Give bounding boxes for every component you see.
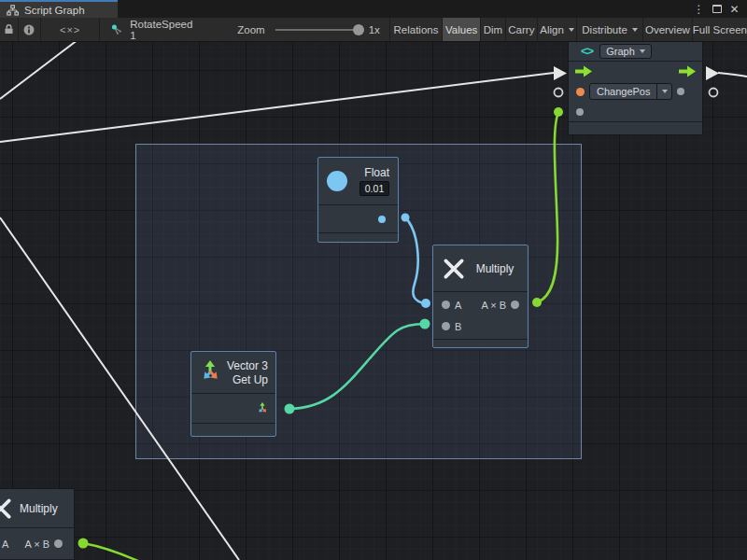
port-label: A: [455, 300, 461, 311]
breadcrumb-label: RotateSpeed 1: [130, 19, 194, 41]
float-icon: [327, 171, 347, 191]
toolbar-button-carry[interactable]: Carry: [506, 18, 539, 41]
node-title: Float: [364, 166, 389, 179]
graph-code-icon: <>: [581, 44, 593, 58]
tab-title: Script Graph: [24, 5, 85, 16]
multiply-icon: [0, 497, 13, 521]
node-title: Multiply: [20, 502, 58, 515]
zoom-slider[interactable]: [275, 29, 358, 31]
event-output-port[interactable]: [677, 88, 684, 95]
toolbar-button-align[interactable]: Align: [538, 18, 577, 41]
multiply-node[interactable]: Multiply A A × B B: [432, 245, 529, 348]
multiply-output-port[interactable]: [511, 301, 519, 309]
port-label: A × B: [24, 539, 49, 550]
value-input-port[interactable]: [576, 108, 584, 116]
float-value-input[interactable]: 0.01: [359, 181, 389, 196]
toolbar-button-relations[interactable]: Relations: [390, 18, 443, 41]
vector3-icon: [198, 358, 224, 386]
port-label: A × B: [481, 300, 506, 311]
node-footer: [433, 339, 528, 347]
changepos-unit-node[interactable]: <> Graph ChangePos: [568, 40, 703, 135]
flow-input-port[interactable]: [574, 65, 593, 77]
node-footer: [318, 232, 398, 242]
zoom-label: Zoom: [237, 24, 264, 35]
tab-script-graph[interactable]: Script Graph: [0, 0, 118, 18]
multiply-output-port[interactable]: [54, 539, 63, 548]
graph-asset-icon: [111, 23, 122, 35]
chevron-down-icon: [640, 49, 645, 53]
node-footer: [569, 121, 702, 134]
code-preview-button[interactable]: <×>: [41, 18, 101, 41]
vector3-getup-node[interactable]: Vector 3 Get Up: [190, 351, 276, 437]
title-bar: Script Graph ⋮ ✕: [0, 0, 747, 18]
changepos-dropdown-label: ChangePos: [590, 86, 656, 97]
chevron-down-icon: [632, 28, 638, 32]
event-input-port[interactable]: [576, 88, 585, 96]
node-subtitle: Get Up: [233, 373, 268, 386]
changepos-dropdown[interactable]: ChangePos: [589, 83, 672, 100]
graph-dropdown-button[interactable]: Graph: [599, 44, 652, 59]
graph-toolbar: <×> RotateSpeed 1 Zoom 1x Relations Valu…: [0, 18, 747, 42]
code-icon: <×>: [60, 24, 80, 35]
toolbar-button-distribute[interactable]: Distribute: [577, 18, 643, 41]
info-icon: [23, 24, 35, 35]
lock-icon: [4, 23, 14, 35]
zoom-slider-handle[interactable]: [353, 24, 364, 35]
multiply-icon: [442, 257, 466, 281]
multiply-input-a-port[interactable]: [442, 301, 450, 309]
float-output-port[interactable]: [378, 216, 386, 223]
float-node[interactable]: Float 0.01: [317, 157, 399, 243]
chevron-down-icon: [569, 28, 574, 32]
port-label: B: [455, 321, 461, 332]
toolbar-button-dim[interactable]: Dim: [481, 18, 505, 41]
toolbar-button-overview[interactable]: Overview: [643, 18, 693, 41]
vector3-output-port[interactable]: [256, 401, 270, 416]
toolbar-button-values[interactable]: Values: [443, 18, 481, 41]
flow-output-port[interactable]: [678, 65, 697, 77]
zoom-control: Zoom 1x: [207, 18, 389, 41]
script-graph-icon: [7, 5, 19, 16]
chevron-down-icon: [656, 84, 671, 99]
port-label: A: [2, 539, 8, 550]
node-title: Multiply: [466, 262, 528, 275]
info-button[interactable]: [19, 18, 41, 41]
multiply-node-partial[interactable]: Multiply A A × B: [0, 488, 75, 560]
lock-button[interactable]: [0, 18, 19, 41]
window-menu-button[interactable]: ⋮: [690, 0, 708, 18]
node-footer: [191, 423, 275, 436]
graph-dropdown-label: Graph: [606, 46, 635, 57]
toolbar-button-fullscreen[interactable]: Full Screen: [693, 18, 747, 41]
breadcrumb[interactable]: RotateSpeed 1: [100, 18, 207, 41]
multiply-input-b-port[interactable]: [442, 322, 450, 330]
node-title: Vector 3: [227, 359, 268, 372]
window-close-button[interactable]: ✕: [726, 0, 743, 18]
window-maximize-button[interactable]: [708, 0, 726, 18]
script-graph-window: Float 0.01 Multiply A A × B: [0, 0, 747, 560]
zoom-value: 1x: [369, 24, 380, 35]
